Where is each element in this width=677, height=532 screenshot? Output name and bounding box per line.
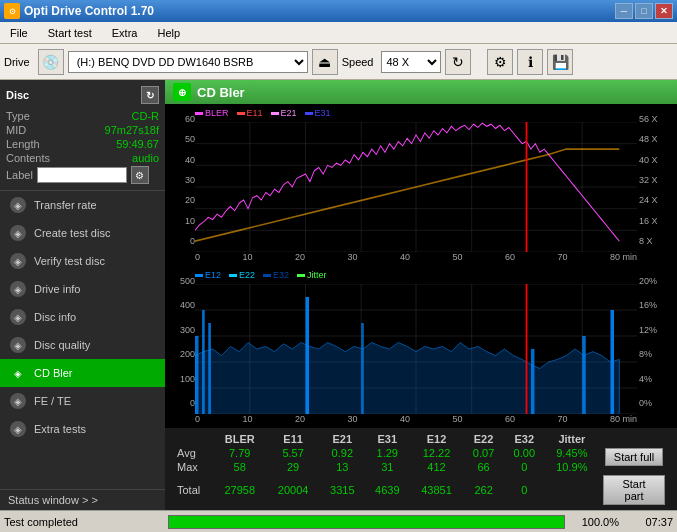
cdbler-title: CD Bler [197, 85, 245, 100]
speed-select[interactable]: 48 X [381, 51, 441, 73]
app-icon: ⊙ [4, 3, 20, 19]
stats-avg-row: Avg 7.79 5.57 0.92 1.29 12.22 0.07 0.00 … [173, 446, 669, 460]
sidebar-item-verify-test-disc[interactable]: ◈ Verify test disc [0, 247, 165, 275]
legend-jitter: Jitter [297, 270, 327, 280]
sidebar-label-transfer-rate: Transfer rate [34, 199, 97, 211]
total-jitter [545, 474, 599, 506]
stats-table: BLER E11 E21 E31 E12 E22 E32 Jitter Avg [165, 428, 677, 510]
close-button[interactable]: ✕ [655, 3, 673, 19]
avg-e31: 1.29 [365, 446, 410, 460]
svg-rect-34 [582, 336, 586, 414]
chart1-x-axis: 01020304050607080 min [195, 252, 637, 262]
drive-info-icon: ◈ [10, 281, 26, 297]
col-e32: E32 [504, 432, 545, 446]
content-area: ⊕ CD Bler BLER E11 [165, 80, 677, 510]
start-full-button[interactable]: Start full [605, 448, 663, 466]
chart2-x-axis: 01020304050607080 min [195, 414, 637, 424]
svg-rect-31 [306, 297, 310, 414]
toolbar: Drive 💿 (H:) BENQ DVD DD DW1640 BSRB ⏏ S… [0, 44, 677, 80]
titlebar-controls: ─ □ ✕ [615, 3, 673, 19]
disc-label-label: Label [6, 169, 33, 181]
menu-extra[interactable]: Extra [106, 25, 144, 41]
svg-rect-35 [610, 310, 614, 414]
max-e11: 29 [266, 460, 319, 474]
svg-rect-30 [208, 323, 211, 414]
disc-refresh-button[interactable]: ↻ [141, 86, 159, 104]
stats-max-row: Max 58 29 13 31 412 66 0 10.9% [173, 460, 669, 474]
sidebar-label-verify-test-disc: Verify test disc [34, 255, 105, 267]
sidebar-label-extra-tests: Extra tests [34, 423, 86, 435]
sidebar-item-transfer-rate[interactable]: ◈ Transfer rate [0, 191, 165, 219]
avg-e22: 0.07 [463, 446, 504, 460]
status-window-label: Status window > > [8, 494, 98, 506]
save-button[interactable]: 💾 [547, 49, 573, 75]
disc-length-label: Length [6, 138, 40, 150]
avg-bler: 7.79 [213, 446, 266, 460]
maximize-button[interactable]: □ [635, 3, 653, 19]
total-e12: 43851 [410, 474, 463, 506]
options-button[interactable]: ⚙ [487, 49, 513, 75]
disc-type-value: CD-R [132, 110, 160, 122]
chart1: BLER E11 E21 E31 [165, 104, 677, 266]
progress-percent: 100.0% [569, 516, 619, 528]
extra-tests-icon: ◈ [10, 421, 26, 437]
eject-button[interactable]: ⏏ [312, 49, 338, 75]
disc-mid-row: MID 97m27s18f [6, 124, 159, 136]
sidebar-item-disc-quality[interactable]: ◈ Disc quality [0, 331, 165, 359]
avg-e32: 0.00 [504, 446, 545, 460]
legend-e21: E21 [271, 108, 297, 118]
total-e31: 4639 [365, 474, 410, 506]
sidebar-item-drive-info[interactable]: ◈ Drive info [0, 275, 165, 303]
menu-file[interactable]: File [4, 25, 34, 41]
status-window-button[interactable]: Status window > > [0, 489, 165, 510]
refresh-button[interactable]: ↻ [445, 49, 471, 75]
max-e12: 412 [410, 460, 463, 474]
statusbar: Test completed 100.0% 07:37 [0, 510, 677, 532]
col-e12: E12 [410, 432, 463, 446]
sidebar-item-fe-te[interactable]: ◈ FE / TE [0, 387, 165, 415]
app-title: Opti Drive Control 1.70 [24, 4, 154, 18]
sidebar-item-create-test-disc[interactable]: ◈ Create test disc [0, 219, 165, 247]
fe-te-icon: ◈ [10, 393, 26, 409]
status-text: Test completed [4, 516, 164, 528]
disc-contents-value: audio [132, 152, 159, 164]
drive-icon: 💿 [38, 49, 64, 75]
chart1-y-right: 56 X48 X40 X32 X24 X16 X8 X [639, 114, 675, 246]
max-label: Max [173, 460, 213, 474]
chart1-legend: BLER E11 E21 E31 [195, 108, 331, 118]
sidebar-item-cd-bler[interactable]: ◈ CD Bler [0, 359, 165, 387]
speed-label: Speed [342, 56, 374, 68]
disc-length-value: 59:49.67 [116, 138, 159, 150]
legend-e11: E11 [237, 108, 263, 118]
avg-e11: 5.57 [266, 446, 319, 460]
cd-bler-icon: ◈ [10, 365, 26, 381]
progress-bar [169, 516, 564, 528]
stats-total-row: Total 27958 20004 3315 4639 43851 262 0 … [173, 474, 669, 506]
disc-label-icon-btn[interactable]: ⚙ [131, 166, 149, 184]
minimize-button[interactable]: ─ [615, 3, 633, 19]
disc-label-input[interactable] [37, 167, 127, 183]
disc-mid-label: MID [6, 124, 26, 136]
total-e21: 3315 [320, 474, 365, 506]
sidebar-item-extra-tests[interactable]: ◈ Extra tests [0, 415, 165, 443]
svg-rect-29 [202, 310, 205, 414]
menu-start-test[interactable]: Start test [42, 25, 98, 41]
sidebar-label-disc-info: Disc info [34, 311, 76, 323]
chart1-svg [195, 122, 637, 252]
drive-select[interactable]: (H:) BENQ DVD DD DW1640 BSRB [68, 51, 308, 73]
avg-jitter: 9.45% [545, 446, 599, 460]
chart2-legend: E12 E22 E32 Jitter [195, 270, 327, 280]
col-e21: E21 [320, 432, 365, 446]
titlebar-left: ⊙ Opti Drive Control 1.70 [4, 3, 154, 19]
avg-e21: 0.92 [320, 446, 365, 460]
legend-e12: E12 [195, 270, 221, 280]
disc-type-row: Type CD-R [6, 110, 159, 122]
info-button[interactable]: ℹ [517, 49, 543, 75]
col-e22: E22 [463, 432, 504, 446]
sidebar-item-disc-info[interactable]: ◈ Disc info [0, 303, 165, 331]
svg-rect-32 [361, 323, 364, 414]
menu-help[interactable]: Help [151, 25, 186, 41]
disc-type-label: Type [6, 110, 30, 122]
start-part-button[interactable]: Start part [603, 475, 665, 505]
menubar: File Start test Extra Help [0, 22, 677, 44]
